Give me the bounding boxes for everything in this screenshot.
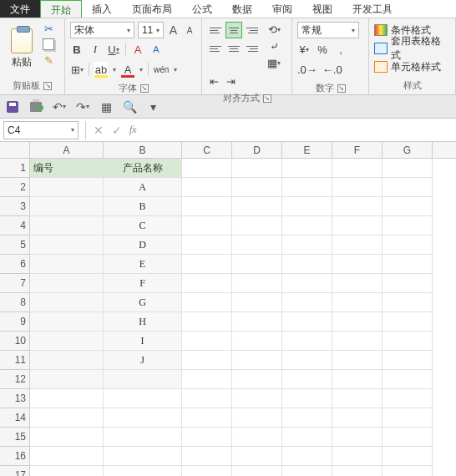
cell[interactable] xyxy=(232,389,282,408)
font-color-button[interactable]: A xyxy=(121,62,134,77)
font-style-button[interactable]: A xyxy=(149,42,163,57)
merge-button[interactable]: ▦▾ xyxy=(267,55,281,70)
cell[interactable] xyxy=(332,197,383,216)
cell[interactable] xyxy=(383,466,433,476)
col-header-A[interactable]: A xyxy=(30,142,104,158)
cell[interactable] xyxy=(182,389,232,408)
tab-insert[interactable]: 插入 xyxy=(82,0,122,18)
col-header-B[interactable]: B xyxy=(104,142,182,158)
row-header[interactable]: 12 xyxy=(0,370,30,389)
cell[interactable]: A xyxy=(104,178,182,197)
row-header[interactable]: 14 xyxy=(0,408,30,428)
cell[interactable] xyxy=(383,159,433,178)
cell[interactable] xyxy=(232,408,282,428)
row-header[interactable]: 6 xyxy=(0,255,30,274)
cell[interactable] xyxy=(182,159,232,178)
cell[interactable] xyxy=(282,332,332,351)
cell[interactable]: E xyxy=(104,255,182,274)
row-header[interactable]: 13 xyxy=(0,389,30,408)
cell[interactable] xyxy=(232,216,282,235)
cell[interactable] xyxy=(182,216,232,235)
qat-more-button[interactable]: ▾ xyxy=(145,99,160,114)
cell[interactable] xyxy=(332,312,383,332)
number-format-select[interactable]: 常规▾ xyxy=(297,22,359,38)
cell[interactable] xyxy=(104,408,182,428)
cell[interactable] xyxy=(282,466,332,476)
cell[interactable] xyxy=(104,389,182,408)
cell[interactable] xyxy=(30,293,104,312)
quick-print-button[interactable] xyxy=(28,99,43,114)
cell[interactable]: G xyxy=(104,293,182,312)
fx-icon[interactable]: fx xyxy=(129,124,137,136)
cell[interactable] xyxy=(282,428,332,447)
cell[interactable] xyxy=(332,370,383,389)
cell[interactable] xyxy=(332,216,383,235)
cell[interactable] xyxy=(232,447,282,466)
orientation-button[interactable]: ⟲▾ xyxy=(267,22,281,37)
cell[interactable] xyxy=(332,466,383,476)
cell[interactable] xyxy=(383,312,433,332)
cell[interactable] xyxy=(182,370,232,389)
qat-preview-button[interactable]: 🔍 xyxy=(122,99,137,114)
row-header[interactable]: 4 xyxy=(0,216,30,235)
cell[interactable] xyxy=(282,389,332,408)
cell[interactable] xyxy=(30,351,104,370)
col-header-F[interactable]: F xyxy=(332,142,383,158)
row-header[interactable]: 2 xyxy=(0,178,30,197)
row-header[interactable]: 11 xyxy=(0,351,30,370)
row-header[interactable]: 8 xyxy=(0,293,30,312)
cell-style-button[interactable]: 单元格样式 xyxy=(374,58,450,75)
tab-data[interactable]: 数据 xyxy=(222,0,262,18)
align-bottom-right[interactable] xyxy=(244,40,261,57)
cell[interactable]: I xyxy=(104,332,182,351)
cell[interactable] xyxy=(182,428,232,447)
cell[interactable] xyxy=(282,312,332,332)
cell[interactable] xyxy=(383,197,433,216)
cell[interactable] xyxy=(332,428,383,447)
cell[interactable] xyxy=(332,235,383,255)
cell[interactable] xyxy=(332,332,383,351)
comma-button[interactable]: , xyxy=(334,42,347,57)
tab-formula[interactable]: 公式 xyxy=(182,0,222,18)
align-top-right[interactable] xyxy=(244,22,261,38)
border-button[interactable]: ⊞▾ xyxy=(70,62,84,77)
name-box[interactable]: C4▾ xyxy=(3,121,79,139)
cell[interactable] xyxy=(282,351,332,370)
cell[interactable] xyxy=(232,293,282,312)
cell[interactable] xyxy=(182,235,232,255)
row-header[interactable]: 9 xyxy=(0,312,30,332)
cell[interactable] xyxy=(332,351,383,370)
cell[interactable] xyxy=(282,447,332,466)
col-header-D[interactable]: D xyxy=(232,142,282,158)
cell[interactable] xyxy=(282,255,332,274)
cell[interactable] xyxy=(282,178,332,197)
cell[interactable] xyxy=(182,197,232,216)
cell[interactable] xyxy=(383,351,433,370)
align-bottom-left[interactable] xyxy=(207,40,224,57)
cell[interactable]: B xyxy=(104,197,182,216)
cell[interactable] xyxy=(383,274,433,293)
shrink-font-button[interactable]: A xyxy=(183,22,196,38)
cell[interactable] xyxy=(182,332,232,351)
cell[interactable] xyxy=(104,466,182,476)
cut-icon[interactable]: ✂ xyxy=(42,22,55,35)
cell[interactable] xyxy=(30,312,104,332)
select-all-corner[interactable] xyxy=(0,142,30,158)
row-header[interactable]: 10 xyxy=(0,332,30,351)
cell[interactable] xyxy=(182,408,232,428)
cell[interactable] xyxy=(104,370,182,389)
increase-indent-button[interactable]: ⇥ xyxy=(224,73,237,89)
cell[interactable]: J xyxy=(104,351,182,370)
cell[interactable] xyxy=(332,255,383,274)
grow-font-button[interactable]: A xyxy=(167,22,180,38)
cell[interactable] xyxy=(332,389,383,408)
percent-button[interactable]: % xyxy=(316,42,329,57)
cell[interactable] xyxy=(30,255,104,274)
cell[interactable] xyxy=(383,389,433,408)
save-button[interactable] xyxy=(5,99,20,114)
align-top-left[interactable] xyxy=(207,22,224,38)
cell[interactable] xyxy=(182,312,232,332)
cell[interactable] xyxy=(282,235,332,255)
row-header[interactable]: 17 xyxy=(0,466,30,476)
clipboard-launcher[interactable]: ↘ xyxy=(43,82,52,90)
